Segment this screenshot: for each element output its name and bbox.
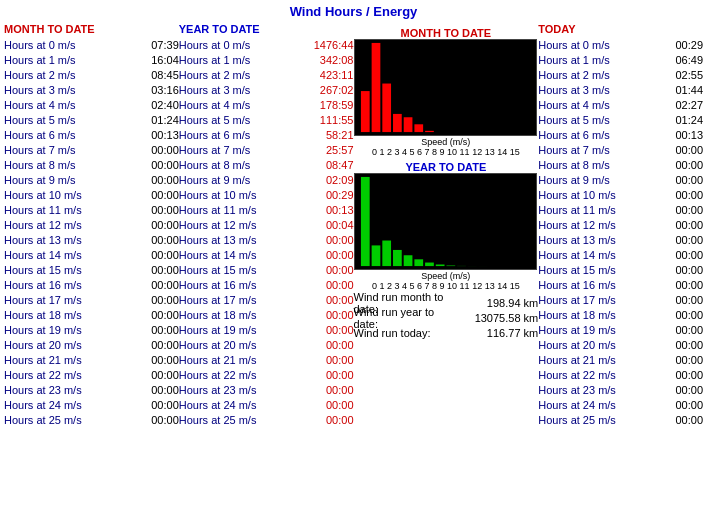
- table-row: Hours at 18 m/s00:00: [179, 307, 354, 322]
- mtd-rows: Hours at 0 m/s07:39Hours at 1 m/s16:04Ho…: [4, 37, 179, 427]
- row-value: 00:00: [134, 219, 179, 231]
- table-row: Hours at 9 m/s00:00: [4, 172, 179, 187]
- row-value: 02:09: [309, 174, 354, 186]
- table-row: Hours at 0 m/s00:29: [538, 37, 703, 52]
- svg-rect-1: [372, 43, 381, 132]
- row-value: 00:00: [658, 219, 703, 231]
- row-label: Hours at 20 m/s: [4, 339, 134, 351]
- row-label: Hours at 9 m/s: [179, 174, 309, 186]
- wind-run-today-label: Wind run today:: [354, 327, 459, 339]
- row-label: Hours at 23 m/s: [538, 384, 658, 396]
- row-value: 178:59: [309, 99, 354, 111]
- table-row: Hours at 20 m/s00:00: [179, 337, 354, 352]
- row-value: 00:00: [309, 399, 354, 411]
- row-value: 00:00: [134, 414, 179, 426]
- table-row: Hours at 12 m/s00:00: [4, 217, 179, 232]
- row-label: Hours at 12 m/s: [4, 219, 134, 231]
- row-value: 00:00: [134, 249, 179, 261]
- row-value: 00:00: [134, 279, 179, 291]
- row-value: 08:47: [309, 159, 354, 171]
- svg-rect-4: [404, 117, 413, 132]
- today-rows: Hours at 0 m/s00:29Hours at 1 m/s06:49Ho…: [538, 37, 703, 427]
- table-row: Hours at 4 m/s178:59: [179, 97, 354, 112]
- row-label: Hours at 12 m/s: [179, 219, 309, 231]
- table-row: Hours at 6 m/s00:13: [4, 127, 179, 142]
- row-label: Hours at 18 m/s: [4, 309, 134, 321]
- row-value: 00:00: [658, 159, 703, 171]
- row-label: Hours at 3 m/s: [179, 84, 309, 96]
- year-to-date-column: YEAR TO DATE Hours at 0 m/s1476:44Hours …: [179, 23, 354, 427]
- row-value: 00:00: [658, 234, 703, 246]
- table-row: Hours at 16 m/s00:00: [538, 277, 703, 292]
- row-value: 00:00: [309, 264, 354, 276]
- row-value: 00:00: [309, 279, 354, 291]
- row-label: Hours at 22 m/s: [4, 369, 134, 381]
- today-column: TODAY Hours at 0 m/s00:29Hours at 1 m/s0…: [538, 23, 703, 427]
- table-row: Hours at 8 m/s00:00: [538, 157, 703, 172]
- table-row: Hours at 25 m/s00:00: [179, 412, 354, 427]
- ytd-chart-title: YEAR TO DATE: [354, 161, 539, 173]
- row-value: 16:04: [134, 54, 179, 66]
- table-row: Hours at 2 m/s423:11: [179, 67, 354, 82]
- row-value: 00:00: [309, 354, 354, 366]
- row-value: 267:02: [309, 84, 354, 96]
- row-label: Hours at 17 m/s: [4, 294, 134, 306]
- row-value: 00:00: [134, 339, 179, 351]
- row-value: 00:00: [658, 324, 703, 336]
- table-row: Hours at 23 m/s00:00: [538, 382, 703, 397]
- table-row: Hours at 14 m/s00:00: [179, 247, 354, 262]
- table-row: Hours at 11 m/s00:00: [538, 202, 703, 217]
- table-row: Hours at 13 m/s00:00: [179, 232, 354, 247]
- row-value: 02:40: [134, 99, 179, 111]
- row-value: 00:00: [658, 294, 703, 306]
- row-label: Hours at 7 m/s: [179, 144, 309, 156]
- table-row: Hours at 13 m/s00:00: [4, 232, 179, 247]
- row-value: 02:55: [658, 69, 703, 81]
- table-row: Hours at 25 m/s00:00: [4, 412, 179, 427]
- svg-rect-15: [447, 266, 456, 267]
- table-row: Hours at 18 m/s00:00: [4, 307, 179, 322]
- table-row: Hours at 9 m/s00:00: [538, 172, 703, 187]
- table-row: Hours at 0 m/s1476:44: [179, 37, 354, 52]
- month-to-date-column: MONTH TO DATE Hours at 0 m/s07:39Hours a…: [4, 23, 179, 427]
- row-label: Hours at 21 m/s: [4, 354, 134, 366]
- table-row: Hours at 22 m/s00:00: [4, 367, 179, 382]
- row-label: Hours at 2 m/s: [179, 69, 309, 81]
- wind-run-year-row: Wind run year to date: 13075.58 km: [354, 310, 539, 325]
- row-label: Hours at 13 m/s: [538, 234, 658, 246]
- row-label: Hours at 20 m/s: [179, 339, 309, 351]
- row-label: Hours at 1 m/s: [4, 54, 134, 66]
- table-row: Hours at 4 m/s02:27: [538, 97, 703, 112]
- row-label: Hours at 11 m/s: [179, 204, 309, 216]
- table-row: Hours at 17 m/s00:00: [538, 292, 703, 307]
- row-value: 00:00: [309, 294, 354, 306]
- row-label: Hours at 14 m/s: [4, 249, 134, 261]
- row-value: 00:00: [309, 324, 354, 336]
- x-axis-ticks-mtd: 0 1 2 3 4 5 6 7 8 9 10 11 12 13 14 15: [354, 147, 539, 157]
- row-label: Hours at 13 m/s: [4, 234, 134, 246]
- table-row: Hours at 14 m/s00:00: [4, 247, 179, 262]
- svg-rect-8: [372, 245, 381, 266]
- row-value: 01:24: [134, 114, 179, 126]
- ytd-xlabel: Speed (m/s): [354, 271, 539, 281]
- table-row: Hours at 22 m/s00:00: [179, 367, 354, 382]
- table-row: Hours at 2 m/s08:45: [4, 67, 179, 82]
- row-value: 111:55: [309, 114, 354, 126]
- row-value: 00:00: [134, 159, 179, 171]
- row-label: Hours at 13 m/s: [179, 234, 309, 246]
- table-row: Hours at 13 m/s00:00: [538, 232, 703, 247]
- table-row: Hours at 10 m/s00:00: [4, 187, 179, 202]
- svg-rect-5: [415, 124, 424, 132]
- svg-rect-12: [415, 259, 424, 266]
- mtd-xlabel: Speed (m/s): [354, 137, 539, 147]
- row-label: Hours at 6 m/s: [179, 129, 309, 141]
- row-label: Hours at 22 m/s: [179, 369, 309, 381]
- row-value: 00:00: [309, 234, 354, 246]
- row-value: 00:00: [309, 369, 354, 381]
- row-value: 00:00: [658, 399, 703, 411]
- mtd-header: MONTH TO DATE: [4, 23, 179, 35]
- table-row: Hours at 3 m/s267:02: [179, 82, 354, 97]
- table-row: Hours at 25 m/s00:00: [538, 412, 703, 427]
- svg-rect-7: [361, 177, 370, 266]
- row-label: Hours at 11 m/s: [4, 204, 134, 216]
